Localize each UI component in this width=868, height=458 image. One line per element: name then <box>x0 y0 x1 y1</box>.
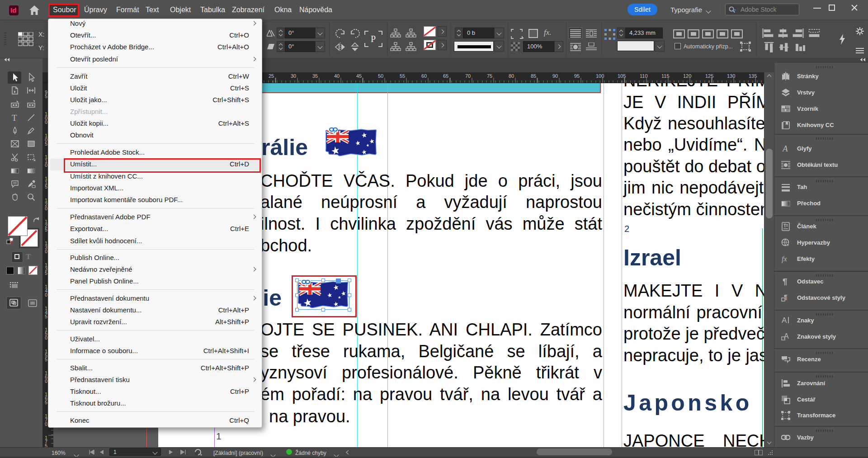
svg-text:A: A <box>782 144 788 153</box>
svg-text:T: T <box>12 113 17 122</box>
svg-text:A: A <box>782 316 787 325</box>
svg-text:T: T <box>783 223 786 228</box>
svg-text:¶: ¶ <box>784 293 788 301</box>
svg-text:fx: fx <box>782 255 787 263</box>
svg-text:¶: ¶ <box>783 277 788 286</box>
svg-text:P: P <box>371 34 376 44</box>
